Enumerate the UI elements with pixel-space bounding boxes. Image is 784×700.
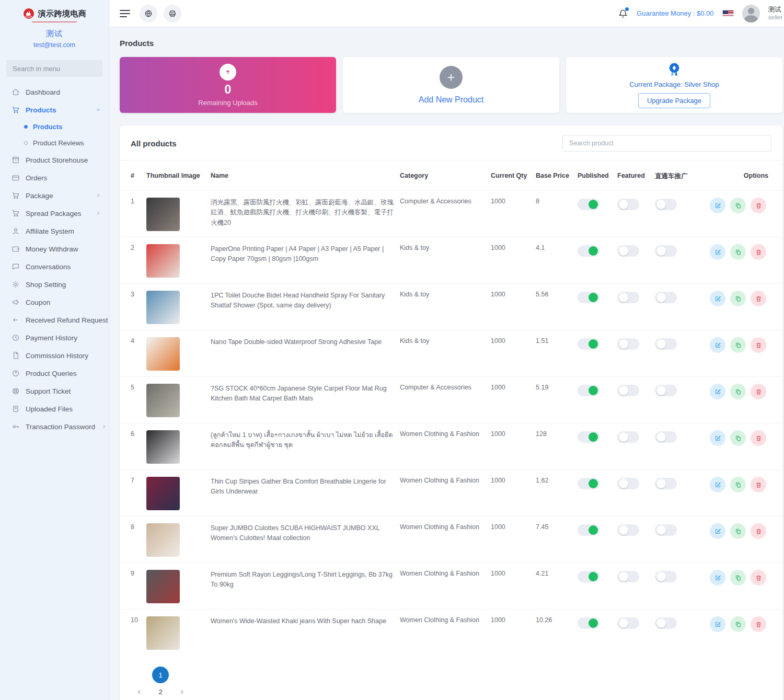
delete-button[interactable] (751, 570, 766, 586)
edit-button[interactable] (710, 523, 725, 539)
published-toggle[interactable] (578, 617, 599, 629)
logo[interactable]: 演示跨境电商 (0, 7, 109, 20)
promo-toggle[interactable] (655, 524, 677, 536)
product-name[interactable]: 消光露黑、露面防風打火機、彩虹、露面蔚藍海、水晶銀、玫瑰紅酒、魷魚遊戲防風打火機… (211, 191, 400, 237)
promo-toggle[interactable] (655, 245, 677, 257)
edit-button[interactable] (710, 384, 725, 399)
product-name[interactable]: (ลูกค้าใหม่ 1 บาท) เสื้อ+กางเกงขาสั้น ผ้… (211, 423, 400, 469)
product-name[interactable]: PaperOne Printing Paper | A4 Paper | A3 … (211, 237, 400, 283)
product-name[interactable]: 1PC Toilet Douche Bidet Head Handheld Sp… (211, 284, 400, 330)
edit-button[interactable] (710, 477, 725, 492)
promo-toggle[interactable] (655, 571, 677, 582)
featured-toggle[interactable] (617, 617, 639, 629)
product-name[interactable]: Thin Cup Stripes Gather Bra Comfort Brea… (211, 470, 400, 516)
published-toggle[interactable] (578, 431, 599, 443)
copy-button[interactable] (730, 198, 746, 213)
menu-search-input[interactable] (6, 60, 102, 77)
sidebar-item-conversations[interactable]: Conversations (0, 258, 109, 276)
product-thumbnail[interactable] (146, 291, 180, 324)
copy-button[interactable] (730, 570, 746, 586)
pagination-next[interactable]: › (174, 683, 190, 700)
edit-button[interactable] (710, 570, 725, 586)
pagination-prev[interactable]: ‹ (131, 683, 147, 700)
topbar-user[interactable]: 测试 seller (768, 6, 782, 21)
edit-button[interactable] (710, 430, 725, 446)
delete-button[interactable] (751, 430, 766, 446)
sidebar-item-uploaded-files[interactable]: Uploaded Files (0, 400, 109, 418)
promo-toggle[interactable] (655, 292, 677, 303)
product-thumbnail[interactable] (146, 477, 180, 510)
sidebar-item-package[interactable]: Package (0, 187, 109, 204)
promo-toggle[interactable] (655, 338, 677, 350)
product-search-input[interactable] (562, 135, 771, 152)
copy-button[interactable] (730, 337, 746, 353)
promo-toggle[interactable] (655, 199, 677, 210)
copy-button[interactable] (730, 477, 746, 492)
product-name[interactable]: ?SG STOCK 40*60cm Japanese Style Carpet … (211, 377, 400, 423)
sidebar-item-spread-packages[interactable]: Spread Packages (0, 204, 109, 222)
product-thumbnail[interactable] (146, 384, 180, 417)
product-name[interactable]: Premium Soft Rayon Leggings/Long T-Shirt… (211, 563, 400, 609)
featured-toggle[interactable] (617, 571, 639, 582)
notifications-button[interactable] (618, 8, 628, 19)
sidebar-item-orders[interactable]: Orders (0, 169, 109, 187)
delete-button[interactable] (751, 337, 766, 353)
delete-button[interactable] (751, 616, 766, 632)
published-toggle[interactable] (578, 338, 599, 350)
promo-toggle[interactable] (655, 385, 677, 396)
copy-button[interactable] (730, 384, 746, 399)
sidebar-item-product-storehouse[interactable]: Product Storehouse (0, 151, 109, 169)
sidebar-item-commission-history[interactable]: Commission History (0, 347, 109, 364)
product-name[interactable]: Super JUMBO Culottes SCUBA HIGHWAIST JUM… (211, 517, 400, 563)
published-toggle[interactable] (578, 571, 599, 582)
delete-button[interactable] (751, 523, 766, 539)
promo-toggle[interactable] (655, 617, 677, 629)
delete-button[interactable] (751, 477, 766, 492)
add-new-product-card[interactable]: Add New Product (343, 57, 559, 113)
delete-button[interactable] (751, 384, 766, 399)
sidebar-item-coupon[interactable]: Coupon (0, 293, 109, 311)
sidebar-item-product-queries[interactable]: Product Queries (0, 364, 109, 382)
featured-toggle[interactable] (617, 199, 639, 210)
copy-button[interactable] (730, 523, 746, 539)
featured-toggle[interactable] (617, 524, 639, 536)
sidebar-item-products[interactable]: Products (0, 101, 109, 119)
published-toggle[interactable] (578, 478, 599, 489)
featured-toggle[interactable] (617, 292, 639, 303)
sidebar-item-received-refund-request[interactable]: Received Refund Request (0, 311, 109, 329)
edit-button[interactable] (710, 198, 725, 213)
copy-button[interactable] (730, 616, 746, 632)
product-thumbnail[interactable] (146, 616, 180, 650)
edit-button[interactable] (710, 244, 725, 260)
pagination-page-1[interactable]: 1 (152, 667, 169, 683)
us-flag-icon[interactable] (722, 10, 734, 17)
avatar[interactable] (742, 5, 760, 22)
copy-button[interactable] (730, 430, 746, 446)
featured-toggle[interactable] (617, 338, 639, 350)
product-thumbnail[interactable] (146, 337, 180, 371)
edit-button[interactable] (710, 337, 725, 353)
sidebar-item-money-withdraw[interactable]: Money Withdraw (0, 240, 109, 258)
sidebar-subitem-product-reviews[interactable]: Product Reviews (0, 135, 109, 151)
upgrade-package-button[interactable]: Upgrade Package (638, 93, 710, 108)
published-toggle[interactable] (578, 292, 599, 303)
print-button[interactable] (164, 5, 181, 22)
promo-toggle[interactable] (655, 478, 677, 489)
published-toggle[interactable] (578, 199, 599, 210)
sidebar-item-shop-setting[interactable]: Shop Setting (0, 276, 109, 293)
featured-toggle[interactable] (617, 431, 639, 443)
edit-button[interactable] (710, 291, 725, 306)
sidebar-item-dashboard[interactable]: Dashboard (0, 83, 109, 101)
copy-button[interactable] (730, 244, 746, 260)
featured-toggle[interactable] (617, 478, 639, 489)
product-thumbnail[interactable] (146, 523, 180, 557)
hamburger-menu-icon[interactable] (120, 8, 130, 19)
published-toggle[interactable] (578, 245, 599, 257)
product-name[interactable]: Women's Wide-Waisted Khaki jeans With Su… (211, 610, 400, 656)
sidebar-item-transaction-password[interactable]: Transaction Password (0, 418, 109, 435)
featured-toggle[interactable] (617, 245, 639, 257)
pagination-page-2[interactable]: 2 (152, 683, 169, 700)
sidebar-subitem-products[interactable]: Products (0, 119, 109, 135)
sidebar-item-support-ticket[interactable]: Support Ticket (0, 382, 109, 400)
edit-button[interactable] (710, 616, 725, 632)
